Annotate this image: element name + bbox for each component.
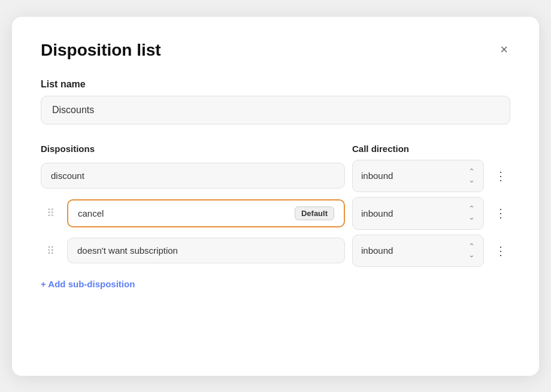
disposition-row-no-subscription: ⠿ inbound ⌃ ⌄ ⋮ [41,235,510,268]
drag-handle-cancel[interactable]: ⠿ [41,206,60,220]
more-button-no-subscription[interactable]: ⋮ [491,241,510,260]
direction-value-cancel: inbound [361,208,393,218]
list-name-section: List name [41,79,510,144]
modal-title: Disposition list [41,41,161,60]
direction-value-no-subscription: inbound [361,245,393,256]
add-sub-disposition-button[interactable]: + Add sub-disposition [41,276,135,291]
direction-arrows-discount: ⌃ ⌄ [468,168,475,185]
disposition-row-cancel: ⠿ cancel Default inbound ⌃ ⌄ ⋮ [41,197,510,230]
more-icon-cancel: ⋮ [495,206,507,220]
direction-arrows-cancel: ⌃ ⌄ [468,205,475,222]
direction-select-no-subscription[interactable]: inbound ⌃ ⌄ [352,235,484,268]
more-icon-discount: ⋮ [495,169,507,183]
disposition-row-discount: inbound ⌃ ⌄ ⋮ [41,160,510,193]
more-icon-no-subscription: ⋮ [495,244,507,258]
disposition-input-no-subscription[interactable] [67,238,345,263]
direction-arrows-no-subscription: ⌃ ⌄ [468,242,475,260]
modal-header: Disposition list × [41,41,510,60]
drag-handle-no-subscription[interactable]: ⠿ [41,244,60,257]
disposition-name-cancel: cancel [78,208,104,218]
direction-value-discount: inbound [361,171,393,181]
more-button-cancel[interactable]: ⋮ [491,203,510,223]
dispositions-column-header: Dispositions [41,144,345,154]
direction-select-cancel[interactable]: inbound ⌃ ⌄ [352,197,484,230]
disposition-list-modal: Disposition list × List name Disposition… [12,17,539,376]
drag-icon-no-subscription: ⠿ [47,245,55,257]
disposition-input-cancel-wrapper: cancel Default [67,199,345,227]
more-button-discount[interactable]: ⋮ [491,166,510,186]
direction-select-discount[interactable]: inbound ⌃ ⌄ [352,160,484,193]
list-name-input[interactable] [41,96,510,124]
call-direction-column-header: Call direction [352,144,484,154]
close-button[interactable]: × [498,41,510,59]
disposition-input-discount[interactable] [41,163,345,189]
drag-icon-cancel: ⠿ [47,207,55,219]
table-headers: Dispositions Call direction [41,144,510,154]
list-name-label: List name [41,79,510,90]
default-badge-cancel: Default [295,206,334,220]
